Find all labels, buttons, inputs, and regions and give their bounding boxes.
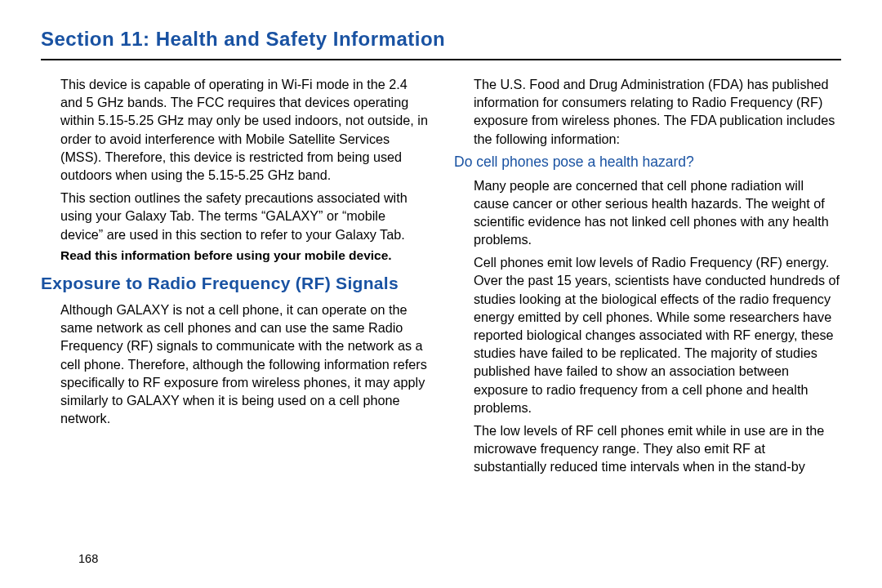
bold-note: Read this information before using your … [41,248,428,263]
left-column: This device is capable of operating in W… [41,75,428,481]
manual-page: Section 11: Health and Safety Informatio… [0,0,882,588]
section-title: Section 11: Health and Safety Informatio… [41,28,841,51]
right-column: The U.S. Food and Drug Administration (F… [454,75,841,481]
two-column-layout: This device is capable of operating in W… [41,75,841,481]
body-paragraph: Cell phones emit low levels of Radio Fre… [454,253,841,416]
heading-rf-signals: Exposure to Radio Frequency (RF) Signals [41,273,428,294]
body-paragraph: Many people are concerned that cell phon… [454,176,841,249]
body-paragraph: This device is capable of operating in W… [41,75,428,184]
body-paragraph: This section outlines the safety precaut… [41,189,428,243]
body-paragraph: The low levels of RF cell phones emit wh… [454,421,841,476]
body-paragraph: Although GALAXY is not a cell phone, it … [41,301,428,427]
title-rule [41,59,841,60]
page-number: 168 [78,552,98,565]
body-paragraph: The U.S. Food and Drug Administration (F… [454,75,841,148]
subheading-health-hazard: Do cell phones pose a health hazard? [454,153,841,172]
